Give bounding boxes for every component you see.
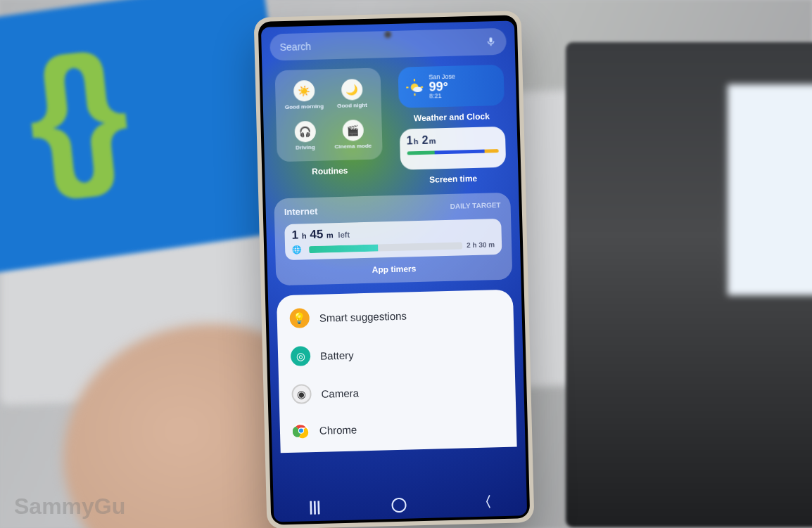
app-timers-bar-fill [309, 244, 378, 253]
suggestion-camera[interactable]: ◉ Camera [279, 370, 516, 414]
recents-button[interactable]: ||| [309, 498, 321, 514]
battery-icon: ◎ [291, 346, 311, 366]
camera-icon: ◉ [291, 384, 312, 404]
phone-screen: ☀️ Good morning 🌙 Good night 🎧 Driving [261, 20, 527, 522]
at-h-unit: h [302, 231, 307, 240]
suggestion-label: Chrome [319, 423, 357, 436]
st-seg-1 [407, 150, 434, 155]
suggestion-label: Smart suggestions [319, 309, 407, 323]
st-hours: 1 [406, 134, 412, 146]
suggestion-label: Camera [321, 387, 359, 399]
routine-label: Good night [337, 102, 367, 109]
suggestion-chrome[interactable]: Chrome [279, 408, 516, 449]
screentime-bar [407, 149, 498, 155]
at-m-unit: m [326, 231, 334, 239]
routine-morning-icon: ☀️ [293, 80, 315, 102]
at-left-label: left [338, 231, 350, 239]
screentime-value: 1h 2m [406, 132, 497, 147]
back-button[interactable]: 〈 [477, 492, 492, 512]
routine-night-icon: 🌙 [341, 79, 362, 101]
app-timers-bar [309, 242, 462, 253]
at-minutes: 45 [310, 228, 323, 241]
search-bar[interactable] [269, 28, 507, 61]
at-hours: 1 [291, 228, 298, 242]
weather-sun-icon [405, 78, 424, 97]
suggestion-battery[interactable]: ◎ Battery [277, 332, 514, 376]
widgets-row: ☀️ Good morning 🌙 Good night 🎧 Driving [271, 65, 510, 189]
st-h-unit: h [413, 137, 418, 146]
photo-laptop [566, 42, 812, 527]
weather-temp: 99° [429, 80, 455, 94]
routine-item[interactable]: 🎬 Cinema mode [331, 116, 375, 154]
photo-laptop-screen [728, 84, 812, 295]
search-input[interactable] [279, 37, 479, 53]
phone-device: ☀️ Good morning 🌙 Good night 🎧 Driving [254, 11, 535, 528]
st-minutes: 2 [422, 134, 429, 146]
app-timers-total: 2 h 30 m [467, 240, 495, 249]
st-seg-2 [434, 150, 485, 155]
mic-icon[interactable] [485, 36, 496, 47]
watermark-text: SammyGu [14, 494, 125, 520]
app-timers-subtitle: DAILY TARGET [450, 201, 500, 213]
app-timers-widget[interactable]: Internet DAILY TARGET 1 h 45 m left 🌐 [274, 193, 512, 286]
weather-main: San Jose 99° 8:21 [429, 74, 455, 100]
screentime-widget[interactable]: 1h 2m [399, 127, 505, 170]
weather-widget[interactable]: San Jose 99° 8:21 [398, 65, 504, 108]
weather-location: San Jose [429, 74, 455, 81]
routine-item[interactable]: 🌙 Good night [329, 75, 374, 113]
app-timers-title: Internet [284, 206, 318, 217]
suggestions-card: 💡 Smart suggestions ◎ Battery ◉ Camera [277, 290, 517, 453]
app-timers-header: Internet DAILY TARGET [284, 201, 501, 217]
suggestion-label: Battery [320, 349, 354, 361]
weather-screentime-column: San Jose 99° 8:21 Weather and Clock 1h 2… [393, 65, 509, 186]
app-timers-caption: App timers [286, 262, 502, 277]
st-seg-3 [485, 149, 499, 153]
routine-item[interactable]: 🎧 Driving [283, 117, 327, 155]
routines-column: ☀️ Good morning 🌙 Good night 🎧 Driving [271, 67, 387, 188]
routine-label: Driving [296, 144, 315, 151]
app-timers-card: 1 h 45 m left 🌐 2 h 30 m [284, 219, 502, 260]
st-m-unit: m [429, 136, 436, 145]
screentime-label: Screen time [429, 174, 477, 185]
lightbulb-icon: 💡 [289, 308, 310, 328]
globe-icon: 🌐 [292, 245, 302, 254]
app-timers-remaining: 1 h 45 m left [291, 223, 494, 243]
routine-label: Cinema mode [335, 143, 372, 150]
screen-content: ☀️ Good morning 🌙 Good night 🎧 Driving [261, 20, 526, 453]
chrome-icon [293, 422, 310, 439]
app-timers-bar-row: 🌐 2 h 30 m [292, 240, 495, 255]
suggestion-smart[interactable]: 💡 Smart suggestions [277, 294, 514, 338]
home-button[interactable]: ◯ [391, 496, 407, 513]
routines-widget[interactable]: ☀️ Good morning 🌙 Good night 🎧 Driving [274, 67, 382, 162]
weather-label: Weather and Clock [414, 111, 490, 123]
weather-time: 8:21 [429, 93, 456, 100]
routines-label: Routines [312, 166, 348, 176]
routine-cinema-icon: 🎬 [342, 120, 364, 141]
routine-driving-icon: 🎧 [294, 121, 316, 143]
routine-item[interactable]: ☀️ Good morning [281, 76, 326, 114]
routine-label: Good morning [285, 103, 324, 110]
